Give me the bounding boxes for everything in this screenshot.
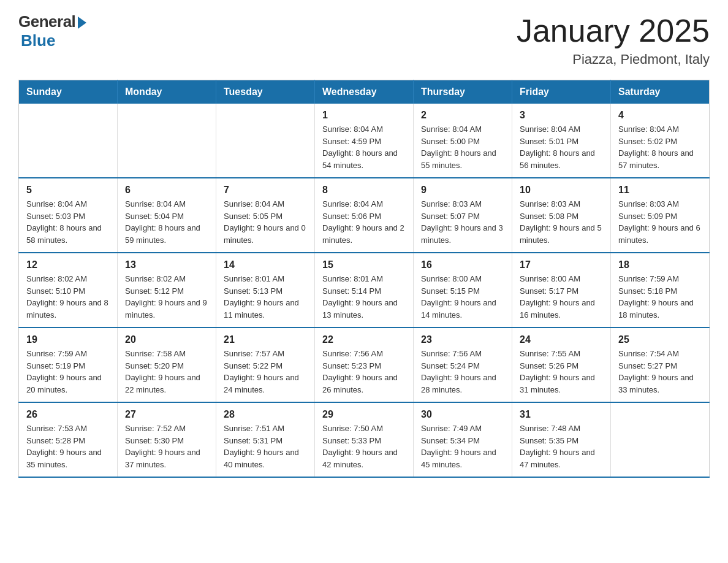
day-number: 5 bbox=[26, 185, 110, 196]
day-info: Sunrise: 8:04 AM Sunset: 4:59 PM Dayligh… bbox=[322, 123, 406, 171]
day-info: Sunrise: 7:54 AM Sunset: 5:27 PM Dayligh… bbox=[618, 348, 702, 396]
day-number: 12 bbox=[26, 259, 110, 270]
logo-general-text: General bbox=[18, 12, 75, 31]
calendar-day-cell bbox=[216, 104, 315, 178]
day-info: Sunrise: 7:57 AM Sunset: 5:22 PM Dayligh… bbox=[224, 348, 307, 396]
day-info: Sunrise: 7:52 AM Sunset: 5:30 PM Dayligh… bbox=[125, 423, 208, 470]
day-number: 13 bbox=[125, 259, 208, 270]
logo-blue-text: Blue bbox=[21, 31, 55, 50]
day-info: Sunrise: 8:02 AM Sunset: 5:10 PM Dayligh… bbox=[26, 273, 110, 321]
calendar-day-cell: 31Sunrise: 7:48 AM Sunset: 5:35 PM Dayli… bbox=[512, 402, 611, 477]
calendar-day-cell: 8Sunrise: 8:04 AM Sunset: 5:06 PM Daylig… bbox=[315, 178, 414, 253]
day-number: 29 bbox=[322, 409, 406, 420]
calendar-header-row: SundayMondayTuesdayWednesdayThursdayFrid… bbox=[19, 80, 710, 104]
day-number: 24 bbox=[520, 334, 603, 345]
calendar-week-row: 1Sunrise: 8:04 AM Sunset: 4:59 PM Daylig… bbox=[19, 104, 710, 178]
calendar-day-cell: 12Sunrise: 8:02 AM Sunset: 5:10 PM Dayli… bbox=[19, 253, 118, 327]
day-number: 15 bbox=[322, 259, 406, 270]
day-info: Sunrise: 8:01 AM Sunset: 5:14 PM Dayligh… bbox=[322, 273, 406, 321]
calendar-day-cell: 18Sunrise: 7:59 AM Sunset: 5:18 PM Dayli… bbox=[611, 253, 710, 327]
day-of-week-header: Sunday bbox=[19, 80, 118, 104]
day-info: Sunrise: 7:50 AM Sunset: 5:33 PM Dayligh… bbox=[322, 423, 406, 470]
day-info: Sunrise: 7:59 AM Sunset: 5:19 PM Dayligh… bbox=[26, 348, 110, 396]
day-info: Sunrise: 7:56 AM Sunset: 5:23 PM Dayligh… bbox=[322, 348, 406, 396]
day-info: Sunrise: 8:04 AM Sunset: 5:00 PM Dayligh… bbox=[421, 123, 504, 171]
day-number: 21 bbox=[224, 334, 307, 345]
day-info: Sunrise: 8:02 AM Sunset: 5:12 PM Dayligh… bbox=[125, 273, 208, 321]
day-of-week-header: Friday bbox=[512, 80, 611, 104]
month-title: January 2025 bbox=[517, 12, 710, 49]
day-number: 9 bbox=[421, 185, 504, 196]
day-number: 22 bbox=[322, 334, 406, 345]
day-number: 11 bbox=[618, 185, 702, 196]
calendar-table: SundayMondayTuesdayWednesdayThursdayFrid… bbox=[18, 80, 710, 478]
day-number: 8 bbox=[322, 185, 406, 196]
day-info: Sunrise: 7:53 AM Sunset: 5:28 PM Dayligh… bbox=[26, 423, 110, 470]
calendar-day-cell: 29Sunrise: 7:50 AM Sunset: 5:33 PM Dayli… bbox=[315, 402, 414, 477]
day-number: 19 bbox=[26, 334, 110, 345]
calendar-day-cell: 21Sunrise: 7:57 AM Sunset: 5:22 PM Dayli… bbox=[216, 327, 315, 402]
day-number: 6 bbox=[125, 185, 208, 196]
day-info: Sunrise: 7:55 AM Sunset: 5:26 PM Dayligh… bbox=[520, 348, 603, 396]
day-of-week-header: Tuesday bbox=[216, 80, 315, 104]
day-number: 27 bbox=[125, 409, 208, 420]
logo-arrow-icon bbox=[78, 17, 86, 29]
day-of-week-header: Wednesday bbox=[315, 80, 414, 104]
day-info: Sunrise: 7:56 AM Sunset: 5:24 PM Dayligh… bbox=[421, 348, 504, 396]
day-of-week-header: Thursday bbox=[414, 80, 512, 104]
calendar-day-cell: 3Sunrise: 8:04 AM Sunset: 5:01 PM Daylig… bbox=[512, 104, 611, 178]
day-number: 28 bbox=[224, 409, 307, 420]
day-number: 14 bbox=[224, 259, 307, 270]
day-info: Sunrise: 7:59 AM Sunset: 5:18 PM Dayligh… bbox=[618, 273, 702, 321]
calendar-day-cell: 22Sunrise: 7:56 AM Sunset: 5:23 PM Dayli… bbox=[315, 327, 414, 402]
day-number: 2 bbox=[421, 110, 504, 121]
page-header: General Blue January 2025 Piazza, Piedmo… bbox=[18, 12, 710, 67]
location-text: Piazza, Piedmont, Italy bbox=[517, 52, 710, 67]
calendar-day-cell: 17Sunrise: 8:00 AM Sunset: 5:17 PM Dayli… bbox=[512, 253, 611, 327]
day-number: 3 bbox=[520, 110, 603, 121]
calendar-week-row: 19Sunrise: 7:59 AM Sunset: 5:19 PM Dayli… bbox=[19, 327, 710, 402]
day-info: Sunrise: 8:04 AM Sunset: 5:01 PM Dayligh… bbox=[520, 123, 603, 171]
calendar-day-cell: 28Sunrise: 7:51 AM Sunset: 5:31 PM Dayli… bbox=[216, 402, 315, 477]
day-info: Sunrise: 8:04 AM Sunset: 5:04 PM Dayligh… bbox=[125, 198, 208, 246]
calendar-day-cell: 30Sunrise: 7:49 AM Sunset: 5:34 PM Dayli… bbox=[414, 402, 512, 477]
day-info: Sunrise: 7:49 AM Sunset: 5:34 PM Dayligh… bbox=[421, 423, 504, 470]
logo: General Blue bbox=[18, 12, 86, 50]
day-number: 7 bbox=[224, 185, 307, 196]
calendar-day-cell: 26Sunrise: 7:53 AM Sunset: 5:28 PM Dayli… bbox=[19, 402, 118, 477]
day-number: 25 bbox=[618, 334, 702, 345]
calendar-day-cell: 1Sunrise: 8:04 AM Sunset: 4:59 PM Daylig… bbox=[315, 104, 414, 178]
day-info: Sunrise: 8:04 AM Sunset: 5:03 PM Dayligh… bbox=[26, 198, 110, 246]
calendar-day-cell: 6Sunrise: 8:04 AM Sunset: 5:04 PM Daylig… bbox=[118, 178, 216, 253]
day-number: 31 bbox=[520, 409, 603, 420]
day-number: 4 bbox=[618, 110, 702, 121]
calendar-week-row: 26Sunrise: 7:53 AM Sunset: 5:28 PM Dayli… bbox=[19, 402, 710, 477]
calendar-day-cell bbox=[118, 104, 216, 178]
calendar-day-cell bbox=[19, 104, 118, 178]
day-info: Sunrise: 7:48 AM Sunset: 5:35 PM Dayligh… bbox=[520, 423, 603, 470]
calendar-day-cell: 23Sunrise: 7:56 AM Sunset: 5:24 PM Dayli… bbox=[414, 327, 512, 402]
day-number: 1 bbox=[322, 110, 406, 121]
calendar-day-cell: 13Sunrise: 8:02 AM Sunset: 5:12 PM Dayli… bbox=[118, 253, 216, 327]
calendar-day-cell: 15Sunrise: 8:01 AM Sunset: 5:14 PM Dayli… bbox=[315, 253, 414, 327]
day-info: Sunrise: 7:51 AM Sunset: 5:31 PM Dayligh… bbox=[224, 423, 307, 470]
day-number: 16 bbox=[421, 259, 504, 270]
calendar-day-cell: 27Sunrise: 7:52 AM Sunset: 5:30 PM Dayli… bbox=[118, 402, 216, 477]
day-number: 23 bbox=[421, 334, 504, 345]
calendar-day-cell: 16Sunrise: 8:00 AM Sunset: 5:15 PM Dayli… bbox=[414, 253, 512, 327]
day-info: Sunrise: 8:03 AM Sunset: 5:08 PM Dayligh… bbox=[520, 198, 603, 246]
day-number: 10 bbox=[520, 185, 603, 196]
day-info: Sunrise: 8:03 AM Sunset: 5:07 PM Dayligh… bbox=[421, 198, 504, 246]
day-info: Sunrise: 8:00 AM Sunset: 5:15 PM Dayligh… bbox=[421, 273, 504, 321]
calendar-day-cell: 7Sunrise: 8:04 AM Sunset: 5:05 PM Daylig… bbox=[216, 178, 315, 253]
calendar-day-cell: 14Sunrise: 8:01 AM Sunset: 5:13 PM Dayli… bbox=[216, 253, 315, 327]
day-info: Sunrise: 8:01 AM Sunset: 5:13 PM Dayligh… bbox=[224, 273, 307, 321]
calendar-day-cell bbox=[611, 402, 710, 477]
calendar-day-cell: 25Sunrise: 7:54 AM Sunset: 5:27 PM Dayli… bbox=[611, 327, 710, 402]
day-info: Sunrise: 8:00 AM Sunset: 5:17 PM Dayligh… bbox=[520, 273, 603, 321]
calendar-week-row: 5Sunrise: 8:04 AM Sunset: 5:03 PM Daylig… bbox=[19, 178, 710, 253]
calendar-day-cell: 24Sunrise: 7:55 AM Sunset: 5:26 PM Dayli… bbox=[512, 327, 611, 402]
day-number: 26 bbox=[26, 409, 110, 420]
day-info: Sunrise: 8:04 AM Sunset: 5:06 PM Dayligh… bbox=[322, 198, 406, 246]
calendar-day-cell: 19Sunrise: 7:59 AM Sunset: 5:19 PM Dayli… bbox=[19, 327, 118, 402]
